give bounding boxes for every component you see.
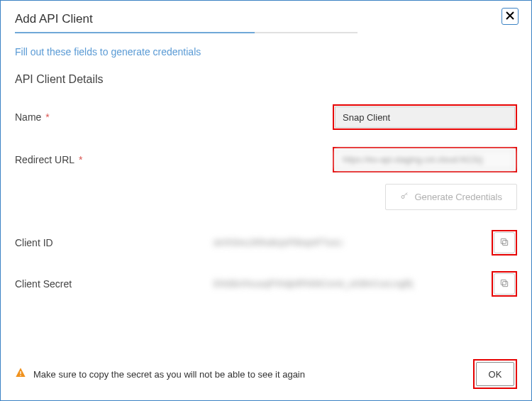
redirect-highlight: https://eu-api.staging.cxt.cloud.ht13zj [333,147,517,172]
copy-icon [499,278,509,290]
dialog-subtitle: Fill out these fields to generate creden… [15,46,517,57]
generate-row: Generate Credentials [15,184,517,210]
client-secret-label: Client Secret [15,278,107,290]
required-marker: * [76,154,82,165]
client-id-copy-highlight [492,230,517,256]
key-icon [400,192,409,202]
dialog-title: Add API Client [15,12,517,26]
svg-rect-3 [503,281,508,286]
required-marker: * [43,111,49,123]
svg-rect-5 [20,371,21,374]
svg-rect-4 [501,280,506,285]
svg-rect-2 [501,238,506,243]
name-label: Name * [15,111,107,123]
redirect-row: Redirect URL * https://eu-api.staging.cx… [15,147,517,172]
name-row: Name * [15,104,517,130]
close-button[interactable] [501,8,519,25]
generate-credentials-button[interactable]: Generate Credentials [385,184,517,210]
name-input[interactable] [335,106,515,128]
client-secret-value: EhfzBxVhcuxqPVhdjnfIFkNhCxrmt_uh3thrCuvL… [214,279,492,289]
title-underline [15,32,358,33]
svg-rect-1 [503,240,508,245]
copy-icon [499,237,509,249]
svg-rect-6 [20,375,21,375]
warning-icon [15,367,26,381]
section-title: API Client Details [15,73,517,86]
close-icon [506,10,514,23]
redirect-input[interactable]: https://eu-api.staging.cxt.cloud.ht13zj [335,149,515,170]
redirect-label: Redirect URL * [15,154,107,165]
client-secret-copy-highlight [492,271,517,297]
name-highlight [333,104,517,130]
copy-client-secret-button[interactable] [494,273,515,295]
client-id-row: Client ID dxVh3mcJhRxdkzjnFMxqmFTuvLi [15,230,517,256]
copy-client-id-button[interactable] [494,232,515,253]
ok-button[interactable]: OK [476,362,514,386]
add-api-client-dialog: Add API Client Fill out these fields to … [0,0,532,401]
dialog-footer: Make sure to copy the secret as you will… [15,348,517,389]
client-id-label: Client ID [15,237,107,248]
svg-point-0 [401,196,404,199]
ok-highlight: OK [473,359,517,389]
client-secret-row: Client Secret EhfzBxVhcuxqPVhdjnfIFkNhCx… [15,271,517,297]
client-id-value: dxVh3mcJhRxdkzjnFMxqmFTuvLi [214,238,492,248]
warning-text: Make sure to copy the secret as you will… [33,369,305,380]
